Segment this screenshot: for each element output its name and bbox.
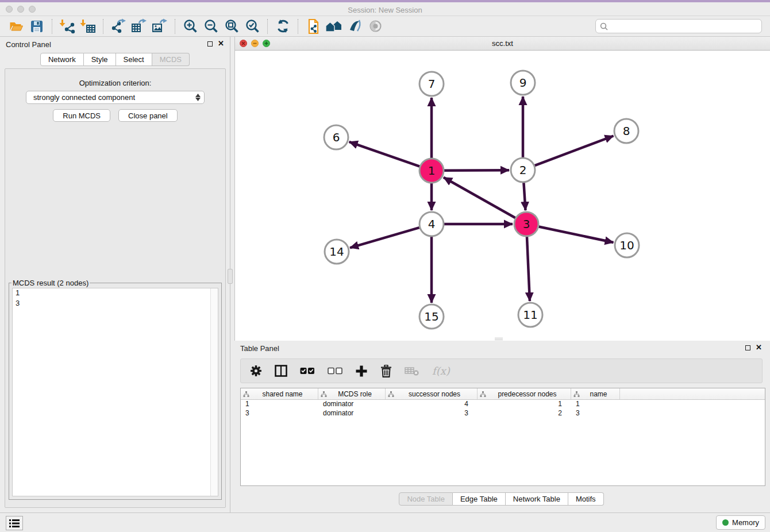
node-1[interactable]: 1 xyxy=(419,159,444,183)
close-panel-button[interactable]: Close panel xyxy=(118,109,178,122)
unchecked-boxes-icon xyxy=(328,367,342,375)
node-7[interactable]: 7 xyxy=(419,72,444,96)
tab-motifs[interactable]: Motifs xyxy=(568,492,604,506)
column-layout-button[interactable] xyxy=(275,365,287,377)
clone-network-button[interactable] xyxy=(303,18,324,35)
optimization-criterion-label: Optimization criterion: xyxy=(5,79,225,87)
edge-3-11[interactable] xyxy=(527,237,530,301)
tab-node-table[interactable]: Node Table xyxy=(399,492,453,506)
zoom-fit-button[interactable] xyxy=(221,18,242,35)
node-label: 9 xyxy=(519,76,527,90)
node-14[interactable]: 14 xyxy=(325,240,349,264)
node-table[interactable]: shared nameMCDS rolesuccessor nodesprede… xyxy=(240,388,765,486)
table-panel-title: Table Panel xyxy=(240,344,279,353)
open-session-button[interactable] xyxy=(6,18,26,35)
node-3[interactable]: 3 xyxy=(514,212,538,236)
network-window-titlebar[interactable]: scc.txt xyxy=(235,37,770,51)
memory-button[interactable]: Memory xyxy=(716,515,765,530)
homes-icon xyxy=(325,19,342,34)
result-scrollbar[interactable] xyxy=(210,288,218,496)
tab-select[interactable]: Select xyxy=(116,53,152,66)
style-brush-button[interactable] xyxy=(344,18,365,35)
node-label: 11 xyxy=(523,308,537,322)
edge-3-10[interactable] xyxy=(539,227,614,242)
list-icon xyxy=(9,518,20,529)
show-home-button[interactable] xyxy=(324,18,344,35)
search-box[interactable] xyxy=(595,19,762,33)
select-all-columns-button[interactable] xyxy=(300,367,315,375)
float-table-panel-icon[interactable] xyxy=(745,345,750,350)
table-panel: Table Panel ✕ xyxy=(233,341,770,512)
table-settings-button[interactable] xyxy=(250,365,262,377)
tab-mcds[interactable]: MCDS xyxy=(152,53,190,66)
node-8[interactable]: 8 xyxy=(614,119,638,143)
node-11[interactable]: 11 xyxy=(518,303,542,327)
zoom-out-button[interactable] xyxy=(201,18,221,35)
node-6[interactable]: 6 xyxy=(324,125,348,149)
table-row[interactable]: 3dominator323 xyxy=(241,409,765,418)
criterion-dropdown[interactable]: strongly connected component xyxy=(26,91,205,104)
edge-1-2[interactable] xyxy=(444,170,509,171)
column-header-shared-name[interactable]: shared name xyxy=(241,388,318,399)
toolbar-separator xyxy=(298,19,298,34)
export-table-icon xyxy=(131,18,147,34)
unselect-all-columns-button[interactable] xyxy=(328,367,342,375)
import-table-button[interactable] xyxy=(78,18,98,35)
import-network-button[interactable] xyxy=(57,18,78,35)
save-disk-icon xyxy=(29,19,44,34)
edge-2-8[interactable] xyxy=(535,136,614,165)
function-builder-button[interactable]: f(x) xyxy=(432,365,450,377)
search-input[interactable] xyxy=(611,22,757,30)
apply-layout-button[interactable] xyxy=(272,18,293,35)
tab-network-table[interactable]: Network Table xyxy=(506,492,568,506)
edge-2-3[interactable] xyxy=(523,183,525,210)
float-panel-icon[interactable] xyxy=(207,41,213,47)
canvas-resize-grip[interactable] xyxy=(495,338,503,340)
toolbar-separator xyxy=(52,19,52,34)
export-image-button[interactable] xyxy=(149,18,170,35)
toggle-view-button[interactable] xyxy=(365,18,386,35)
node-label: 1 xyxy=(428,164,436,178)
export-network-icon xyxy=(110,18,126,34)
node-10[interactable]: 10 xyxy=(615,233,639,257)
delete-table-button[interactable] xyxy=(405,366,419,376)
zoom-in-button[interactable] xyxy=(180,18,201,35)
run-mcds-button[interactable]: Run MCDS xyxy=(53,109,110,122)
node-4[interactable]: 4 xyxy=(419,212,444,236)
table-cell: 1 xyxy=(478,400,571,409)
network-canvas[interactable]: 7968124314101511 xyxy=(235,51,770,341)
column-header-predecessor-nodes[interactable]: predecessor nodes xyxy=(478,388,571,399)
table-row[interactable]: 1dominator411 xyxy=(241,400,765,409)
column-header-label: name xyxy=(580,390,617,398)
delete-columns-button[interactable] xyxy=(380,365,392,377)
criterion-dropdown-value: strongly connected component xyxy=(33,93,135,102)
export-table-button[interactable] xyxy=(129,18,149,35)
close-panel-icon[interactable]: ✕ xyxy=(218,40,224,47)
node-2[interactable]: 2 xyxy=(511,158,535,182)
clone-network-icon xyxy=(305,18,321,34)
zoom-selected-button[interactable] xyxy=(242,18,263,35)
edge-1-6[interactable] xyxy=(349,142,420,167)
mcds-result-line: 3 xyxy=(13,299,218,309)
node-label: 6 xyxy=(333,130,340,144)
node-15[interactable]: 15 xyxy=(419,304,444,329)
node-9[interactable]: 9 xyxy=(511,71,535,95)
tab-edge-table[interactable]: Edge Table xyxy=(453,492,506,506)
task-history-button[interactable] xyxy=(6,516,23,530)
column-header-name[interactable]: name xyxy=(571,388,620,399)
zoom-fit-icon xyxy=(224,18,240,34)
plus-icon xyxy=(355,365,368,377)
edge-3-1[interactable] xyxy=(444,178,515,218)
tab-network[interactable]: Network xyxy=(40,53,84,66)
column-header-successor-nodes[interactable]: successor nodes xyxy=(386,388,478,399)
column-header-MCDS-role[interactable]: MCDS role xyxy=(318,388,386,399)
save-session-button[interactable] xyxy=(26,18,47,35)
mcds-result-textarea[interactable]: 13 xyxy=(12,288,218,496)
add-column-button[interactable] xyxy=(355,365,368,377)
panel-splitter-grip[interactable] xyxy=(228,269,233,284)
close-table-panel-icon[interactable]: ✕ xyxy=(756,344,762,351)
edge-4-14[interactable] xyxy=(350,228,419,248)
network-graph[interactable]: 7968124314101511 xyxy=(235,51,770,341)
export-network-button[interactable] xyxy=(108,18,129,35)
tab-style[interactable]: Style xyxy=(84,53,116,66)
